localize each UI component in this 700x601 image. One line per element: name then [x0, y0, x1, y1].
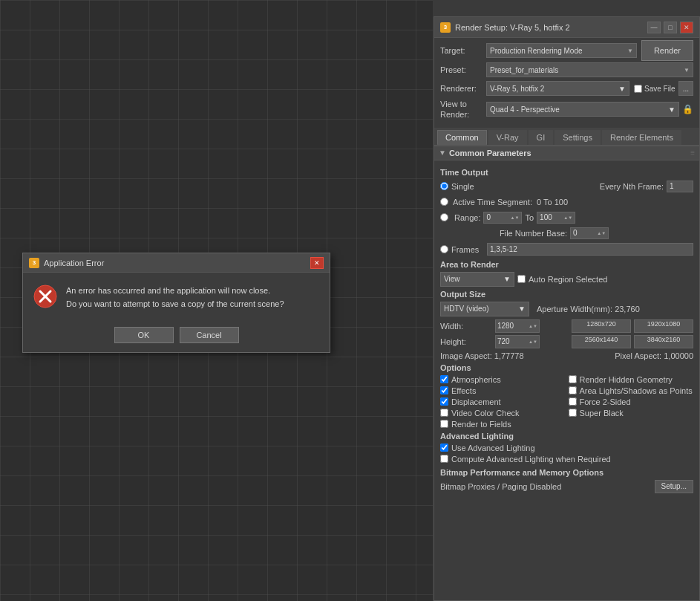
close-button[interactable]: ✕	[680, 22, 693, 33]
dialog-footer: OK Cancel	[23, 322, 330, 352]
active-time-segment-row: Active Time Segment: 0 To 100	[440, 195, 693, 209]
width-label: Width:	[440, 322, 492, 331]
displacement-checkbox[interactable]	[440, 397, 448, 406]
height-input[interactable]: 720 ▲▼	[495, 335, 540, 348]
atmospherics-checkbox[interactable]	[440, 375, 448, 383]
target-arrow: ▼	[627, 48, 633, 54]
height-spinners[interactable]: ▲▼	[529, 340, 537, 344]
aperture-text: Aperture Width(mm): 23,760	[537, 305, 640, 314]
preset-dropdown[interactable]: Preset_for_materials ▼	[486, 62, 693, 77]
output-size-title: Output Size	[440, 290, 693, 299]
view-render-label: View to Render:	[440, 99, 486, 120]
use-advanced-row: Use Advanced Lighting	[440, 444, 693, 452]
single-radio[interactable]	[440, 182, 448, 190]
save-file-label: Save File	[644, 85, 676, 93]
compute-advanced-label: Compute Advanced Lighting when Required	[451, 455, 611, 464]
view-render-dropdown[interactable]: Quad 4 - Perspective ▼	[486, 102, 679, 117]
render-hidden-checkbox[interactable]	[569, 375, 577, 383]
use-advanced-label: Use Advanced Lighting	[451, 444, 535, 452]
panel-app-icon: 3	[440, 22, 451, 33]
renderer-dots-button[interactable]: ...	[678, 81, 693, 96]
area-view-label: View	[444, 275, 460, 283]
render-button[interactable]: Render	[641, 40, 693, 61]
tabs-row: Common V-Ray GI Settings Render Elements	[434, 128, 699, 146]
use-advanced-checkbox[interactable]	[440, 444, 448, 452]
cancel-button[interactable]: Cancel	[180, 327, 239, 343]
range-from-value: 0	[486, 213, 491, 221]
file-number-value: 0	[573, 229, 578, 237]
force-2sided-label: Force 2-Sided	[580, 397, 631, 406]
area-lights-check: Area Lights/Shadows as Points	[569, 386, 694, 395]
render-to-fields-label: Render to Fields	[451, 420, 511, 429]
tab-settings[interactable]: Settings	[555, 130, 601, 145]
every-nth-input[interactable]	[667, 181, 693, 192]
range-to-input[interactable]: 100 ▲▼	[537, 212, 575, 224]
preset-1920x1080-button[interactable]: 1920x1080	[634, 319, 693, 333]
config-rows: Target: Production Rendering Mode ▼ Rend…	[434, 38, 699, 128]
range-from-spinners[interactable]: ▲▼	[511, 215, 520, 220]
effects-checkbox[interactable]	[440, 386, 448, 394]
area-lights-checkbox[interactable]	[569, 386, 577, 394]
area-lights-label: Area Lights/Shadows as Points	[580, 386, 693, 395]
super-black-checkbox[interactable]	[569, 409, 577, 417]
preset-3840x2160-button[interactable]: 3840x2160	[634, 335, 693, 348]
render-hidden-label: Render Hidden Geometry	[580, 375, 673, 384]
maximize-button[interactable]: □	[664, 22, 677, 33]
compute-advanced-checkbox[interactable]	[440, 455, 448, 463]
tab-vray[interactable]: V-Ray	[488, 130, 527, 145]
auto-region-checkbox[interactable]	[517, 275, 526, 283]
save-file-checkbox[interactable]	[634, 85, 642, 93]
output-size-dropdown[interactable]: HDTV (video) ▼	[440, 302, 529, 316]
atmospherics-label: Atmospherics	[451, 375, 501, 384]
dialog-close-button[interactable]: ✕	[310, 257, 324, 269]
range-radio[interactable]	[440, 213, 448, 221]
tab-common[interactable]: Common	[437, 130, 487, 145]
force-2sided-checkbox[interactable]	[569, 397, 577, 406]
frames-input[interactable]	[487, 243, 693, 256]
range-from-input[interactable]: 0 ▲▼	[483, 212, 522, 224]
area-dropdown[interactable]: View ▼	[440, 272, 514, 287]
dialog-titlebar: 3 Application Error ✕	[23, 253, 330, 273]
options-title: Options	[440, 363, 693, 372]
collapse-arrow[interactable]: ▼	[439, 149, 446, 157]
target-dropdown[interactable]: Production Rendering Mode ▼	[486, 43, 637, 58]
active-time-radio[interactable]	[440, 198, 448, 206]
tab-gi[interactable]: GI	[529, 130, 554, 145]
bitmap-label: Bitmap Proxies / Paging Disabled	[440, 482, 652, 491]
setup-button[interactable]: Setup...	[655, 480, 693, 493]
every-nth-label: Every Nth Frame:	[600, 182, 664, 191]
minimize-button[interactable]: —	[647, 22, 661, 33]
time-output-title: Time Output	[440, 168, 693, 177]
video-color-label: Video Color Check	[451, 409, 520, 418]
render-to-fields-checkbox[interactable]	[440, 420, 448, 428]
preset-2560x1440-button[interactable]: 2560x1440	[572, 335, 631, 348]
panel-content[interactable]: ▼ Common Parameters ≡ Time Output Single…	[434, 146, 699, 600]
view-render-arrow: ▼	[668, 105, 676, 114]
target-row: Target: Production Rendering Mode ▼ Rend…	[440, 42, 693, 59]
file-number-spinners[interactable]: ▲▼	[597, 231, 606, 235]
panel-titlebar: 3 Render Setup: V-Ray 5, hotfix 2 — □ ✕	[434, 17, 699, 38]
preset-1280x720-button[interactable]: 1280x720	[572, 319, 631, 333]
renderer-dropdown[interactable]: V-Ray 5, hotfix 2 ▼	[486, 81, 629, 96]
range-label: Range:	[454, 213, 480, 222]
ok-button[interactable]: OK	[114, 327, 174, 343]
frames-label: Frames	[451, 245, 484, 254]
file-number-input[interactable]: 0 ▲▼	[570, 227, 609, 239]
area-to-render-title: Area to Render	[440, 260, 693, 269]
dialog-message-line1: An error has occurred and the applicatio…	[66, 285, 284, 298]
width-spinners[interactable]: ▲▼	[529, 324, 537, 328]
drag-handle: ≡	[690, 149, 695, 157]
area-arrow: ▼	[503, 275, 511, 283]
preset-arrow: ▼	[684, 67, 690, 74]
range-to-spinners[interactable]: ▲▼	[563, 215, 572, 220]
renderer-value: V-Ray 5, hotfix 2	[490, 85, 544, 93]
advanced-lighting-title: Advanced Lighting	[440, 432, 693, 441]
frames-radio[interactable]	[440, 245, 448, 253]
video-color-checkbox[interactable]	[440, 409, 448, 417]
width-input[interactable]: 1280 ▲▼	[495, 319, 540, 333]
preset-label: Preset:	[440, 65, 486, 74]
error-icon	[33, 285, 57, 308]
tab-render-elements[interactable]: Render Elements	[602, 130, 681, 145]
wh-grid: Width: 1280 ▲▼ 1280x720 1920x1080 Height…	[440, 319, 693, 348]
dialog-message-line2: Do you want to attempt to save a copy of…	[66, 298, 284, 311]
